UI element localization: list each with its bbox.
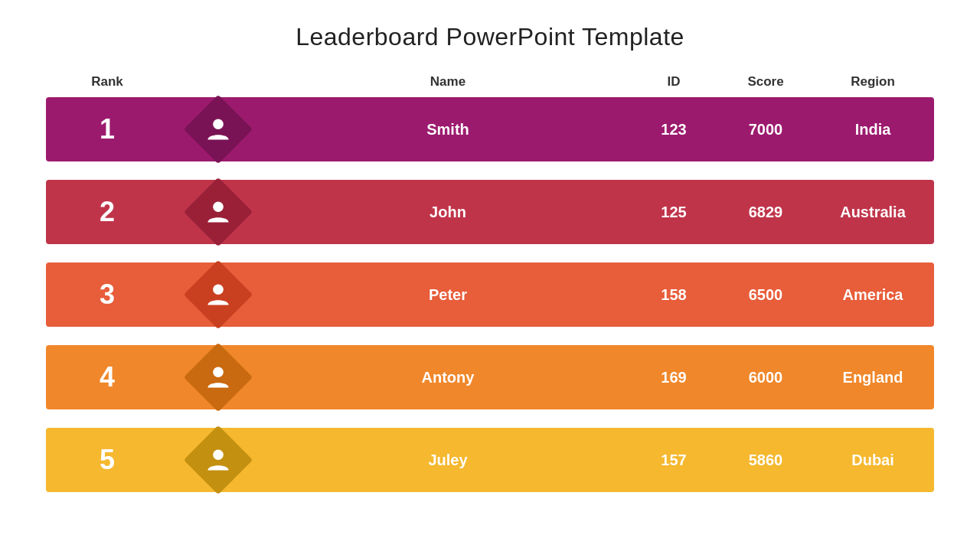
table-row: 5 Juley1575860Dubai [46,428,934,501]
id-cell: 169 [628,345,720,409]
header-id: ID [628,74,720,90]
header-score: Score [720,74,812,90]
region-cell: India [812,97,934,161]
id-cell: 157 [628,428,720,492]
avatar-cell [168,97,268,161]
leaderboard: Rank Name ID Score Region [46,74,934,97]
region-cell: England [812,345,934,409]
table-row: 1 Smith1237000India [46,97,934,171]
header-name: Name [268,74,628,90]
id-cell: 158 [628,262,720,327]
header-avatar [168,74,268,90]
region-cell: Dubai [812,428,934,492]
avatar-cell [168,428,268,492]
region-cell: America [812,262,934,327]
name-cell: Antony [268,345,628,409]
id-cell: 123 [628,97,720,161]
region-cell: Australia [812,180,934,244]
avatar-cell [168,345,268,409]
header-region: Region [812,74,934,90]
rank-cell: 2 [46,180,168,244]
name-cell: Smith [268,97,628,161]
table-row: 4 Antony1696000England [46,345,934,419]
header-rank: Rank [46,74,168,90]
name-cell: Peter [268,262,628,327]
score-cell: 6829 [720,180,812,244]
id-cell: 125 [628,180,720,244]
name-cell: Juley [268,428,628,492]
avatar-cell [168,262,268,327]
table-row: 3 Peter1586500America [46,262,934,336]
table-row: 2 John1256829Australia [46,180,934,253]
avatar-cell [168,180,268,244]
score-cell: 6500 [720,262,812,327]
score-cell: 5860 [720,428,812,492]
page-title: Leaderboard PowerPoint Template [296,23,684,51]
svg-point-4 [213,449,224,460]
score-cell: 6000 [720,345,812,409]
rank-cell: 4 [46,345,168,409]
rank-cell: 5 [46,428,168,492]
rank-cell: 3 [46,262,168,327]
name-cell: John [268,180,628,244]
svg-point-2 [213,284,224,295]
svg-point-0 [213,119,224,129]
svg-point-1 [213,201,224,212]
score-cell: 7000 [720,97,812,161]
rank-cell: 1 [46,97,168,161]
svg-point-3 [213,367,224,377]
table-header: Rank Name ID Score Region [46,74,934,93]
